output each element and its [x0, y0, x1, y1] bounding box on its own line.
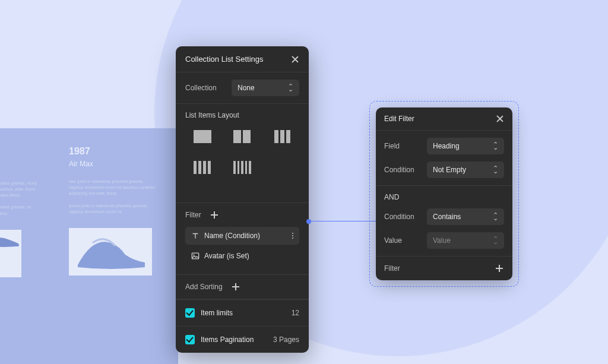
pagination-label: Items Pagination: [201, 335, 254, 344]
condition1-value: Not Empty: [433, 166, 466, 174]
connector-line: [309, 221, 376, 221]
value-input[interactable]: Value ⌃⌄: [427, 232, 504, 249]
text-icon: [191, 232, 200, 240]
field-value: Heading: [433, 142, 460, 150]
edit-filter-panel: Edit Filter Field Heading ⌃⌄ Condition N…: [376, 107, 512, 280]
filter-label: Filter: [185, 211, 201, 219]
connector-dot: [306, 219, 311, 224]
product-image: [0, 230, 21, 277]
value-label: Value: [384, 236, 421, 245]
pagination-row: Items Pagination 3 Pages: [176, 326, 309, 353]
kebab-icon[interactable]: [292, 233, 293, 239]
collection-label: Collection: [185, 84, 224, 92]
close-icon[interactable]: [496, 115, 504, 123]
value-placeholder: Value: [433, 236, 451, 245]
pagination-value: 3 Pages: [273, 335, 299, 344]
collection-list-settings-panel: Collection List Settings Collection None…: [176, 46, 309, 353]
chevron-updown-icon: ⌃⌄: [493, 143, 498, 150]
chevron-updown-icon: ⌃⌄: [288, 85, 293, 91]
add-sorting-label: Add Sorting: [185, 283, 223, 291]
condition1-select[interactable]: Not Empty ⌃⌄: [427, 162, 504, 178]
chevron-updown-icon: ⌃⌄: [493, 167, 498, 173]
add-filter-condition-icon[interactable]: [495, 264, 504, 273]
field-select[interactable]: Heading ⌃⌄: [427, 138, 504, 154]
pagination-checkbox[interactable]: [185, 335, 195, 344]
list-layout-label: List Items Layout: [185, 111, 299, 119]
collection-select[interactable]: None ⌃⌄: [232, 80, 299, 96]
layout-grid: [185, 128, 299, 179]
panel-title: Collection List Settings: [185, 55, 264, 64]
layout-option-4col[interactable]: [190, 160, 214, 175]
chevron-updown-icon: ⌃⌄: [493, 214, 498, 220]
condition2-label: Condition: [384, 213, 421, 221]
filter-item-label: Name (Condition): [204, 232, 260, 240]
product-image: [69, 228, 152, 276]
layout-option-5col[interactable]: [230, 160, 254, 175]
product-name: Air Max: [69, 159, 158, 169]
image-icon: [191, 252, 200, 260]
collection-value: None: [238, 84, 255, 92]
edit-filter-title: Edit Filter: [384, 115, 414, 123]
svg-rect-0: [192, 253, 198, 259]
item-limits-value: 12: [292, 309, 299, 317]
close-icon[interactable]: [291, 55, 299, 64]
field-label: Field: [384, 142, 421, 150]
add-filter-icon[interactable]: [210, 210, 219, 220]
product-year: 1987: [69, 145, 158, 158]
filter-item-name[interactable]: Name (Condition): [185, 227, 299, 245]
item-limits-checkbox[interactable]: [185, 308, 195, 318]
condition2-select[interactable]: Contains ⌃⌄: [427, 208, 504, 225]
product-blurb: Phasellus gravida, mi faucibus.: [0, 204, 39, 216]
add-sorting-icon[interactable]: [231, 282, 240, 292]
item-limits-row: Item limits 12: [176, 299, 309, 326]
edit-filter-selection-outline: Edit Filter Field Heading ⌃⌄ Condition N…: [369, 101, 519, 287]
layout-option-3col[interactable]: [270, 129, 294, 144]
product-blurb: Phasellus gravida, morbi mi faucibus, an…: [0, 181, 39, 198]
product-blurb: Hac justo in maecenas pharetra gravida, …: [69, 179, 158, 197]
condition2-value: Contains: [433, 213, 461, 221]
filter-footer-label: Filter: [384, 264, 400, 273]
product-backdrop: Phasellus gravida, morbi mi faucibus, an…: [0, 128, 178, 364]
panel-header: Collection List Settings: [176, 46, 309, 72]
item-limits-label: Item limits: [201, 309, 233, 317]
condition-label: Condition: [384, 166, 421, 174]
chevron-updown-icon: ⌃⌄: [493, 238, 498, 244]
layout-option-2col[interactable]: [230, 129, 254, 144]
layout-option-1col[interactable]: [190, 129, 214, 144]
filter-item-avatar[interactable]: Avatar (is Set): [185, 248, 299, 264]
product-blurb: Ipsum justo in maecenas pharetra gravida…: [69, 203, 158, 215]
operator-label: AND: [384, 193, 504, 201]
svg-point-1: [193, 254, 194, 255]
filter-item-label: Avatar (is Set): [204, 252, 249, 260]
